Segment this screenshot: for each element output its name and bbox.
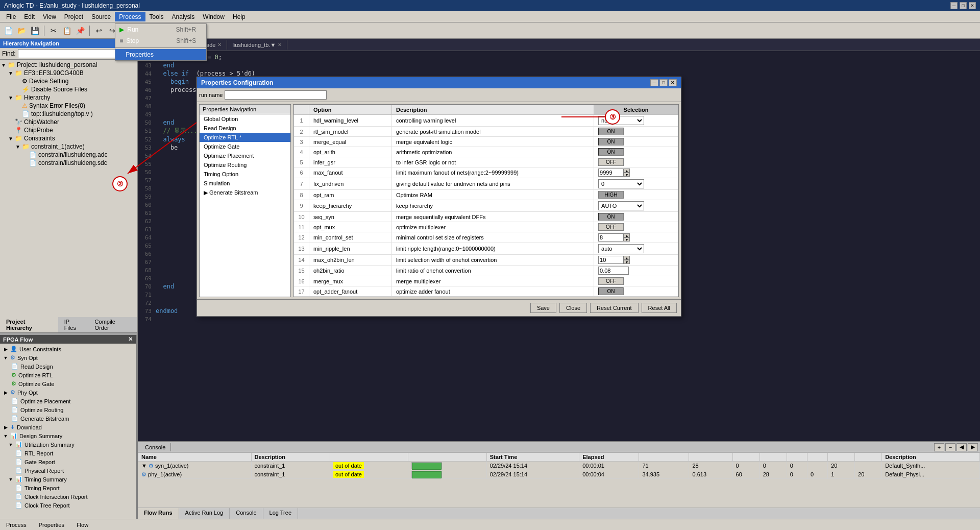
prop-sel-11[interactable]: OFF [594, 222, 678, 232]
flow-user-constraints[interactable]: ▶ 👤 User Constraints [1, 345, 135, 353]
tab-tb-close[interactable]: ✕ [278, 42, 282, 47]
tab-compile-order[interactable]: Compile Order [89, 317, 137, 332]
process-stop[interactable]: ■ Stop Shift+S [115, 35, 206, 46]
flow-syn-opt[interactable]: ▼ ⚙ Syn Opt [1, 353, 135, 362]
prop-select-fix-undriven[interactable]: 01 [598, 179, 644, 188]
flow-opt-placement[interactable]: 📄 Optimize Placement [1, 397, 135, 405]
prop-sel-2[interactable]: ON [594, 127, 678, 137]
prop-select-keep-hierarchy[interactable]: AUTOYESNO [598, 201, 644, 210]
flow-download[interactable]: ▶ ⬇ Download [1, 423, 135, 431]
prop-sel-7[interactable]: 01 [594, 178, 678, 190]
prop-sel-10[interactable]: ON [594, 212, 678, 222]
flow-timing-report[interactable]: 📄 Timing Report [1, 484, 135, 492]
toolbar-cut[interactable]: ✂ [47, 25, 60, 37]
prop-sel-15[interactable] [594, 266, 678, 276]
flow-optimize-rtl[interactable]: ⚙ Optimize RTL [1, 371, 135, 379]
prop-toggle-merge-equal[interactable]: ON [598, 138, 624, 146]
flow-clock-intersection[interactable]: 📄 Clock Intersection Report [1, 492, 135, 501]
dialog-maximize-btn[interactable]: □ [659, 79, 668, 86]
spinner-up-max-fanout[interactable]: ▲ [624, 168, 630, 173]
bottom-tab-console[interactable]: Console [230, 508, 263, 519]
spinner-down-max-oh2bin[interactable]: ▼ [624, 260, 630, 264]
nav-optimize-placement[interactable]: Optimize Placement [200, 151, 290, 160]
nav-optimize-gate[interactable]: Optimize Gate [200, 142, 290, 151]
menu-file[interactable]: File [2, 12, 20, 21]
nav-optimize-routing[interactable]: Optimize Routing [200, 160, 290, 170]
flow-read-design[interactable]: 📄 Read Design [1, 362, 135, 371]
dialog-reset-current-btn[interactable]: Reset Current [590, 303, 638, 313]
flow-opt-routing[interactable]: 📄 Optimize Routing [1, 405, 135, 414]
console-prev-btn[interactable]: ◀ [957, 443, 967, 451]
toolbar-save[interactable]: 💾 [29, 25, 41, 37]
toolbar-new[interactable]: 📄 [2, 25, 14, 37]
prop-select-min-ripple[interactable]: auto [598, 244, 644, 253]
tree-chipwatcher[interactable]: 🔭 ChipWatcher [1, 118, 136, 126]
flow-physical-report[interactable]: 📄 Physical Report [1, 466, 135, 475]
tab-project-hierarchy[interactable]: Project Hierarchy [0, 317, 58, 332]
dialog-close-btn2[interactable]: Close [559, 303, 587, 313]
nav-optimize-rtl[interactable]: Optimize RTL * [200, 133, 290, 142]
tree-disable[interactable]: ⚡ Disable Source Files [1, 85, 136, 93]
menu-process[interactable]: Process ▶ Run Shift+R ■ Stop Shift+S Pro… [115, 12, 145, 21]
tree-top[interactable]: 📄 top::liushuideng/top.v ) [1, 110, 136, 118]
toolbar-paste[interactable]: 📌 [74, 25, 86, 37]
flow-design-summary[interactable]: ▼ 📊 Design Summary [1, 431, 135, 440]
prop-sel-6[interactable]: ▲ ▼ [594, 167, 678, 178]
maximize-btn[interactable]: □ [960, 2, 967, 9]
prop-sel-12[interactable]: ▲ ▼ [594, 232, 678, 243]
spinner-up-min-control[interactable]: ▲ [624, 233, 630, 237]
prop-sel-13[interactable]: auto [594, 243, 678, 255]
dialog-controls[interactable]: ─ □ ✕ [650, 79, 677, 86]
prop-toggle-merge-mux[interactable]: OFF [598, 277, 624, 285]
tree-project[interactable]: ▼ 📁 Project: liushuideng_personal [1, 61, 136, 69]
nav-generate-bitstream[interactable]: ▶ Generate Bitstream [200, 188, 290, 198]
menu-tools[interactable]: Tools [145, 12, 168, 21]
console-row-phy[interactable]: ⚙ phy_1(active) constraint_1 out of date… [138, 470, 980, 479]
console-remove-btn[interactable]: − [945, 443, 955, 451]
flow-rtl-report[interactable]: 📄 RTL Report [1, 449, 135, 457]
prop-toggle-infer-gsr[interactable]: OFF [598, 158, 624, 166]
prop-sel-1[interactable]: normalerrorwarning [594, 115, 678, 127]
tree-chipprobe[interactable]: 📍 ChipProbe [1, 126, 136, 134]
dialog-close-btn[interactable]: ✕ [669, 79, 677, 86]
toolbar-open[interactable]: 📂 [15, 25, 28, 37]
run-name-input[interactable] [225, 90, 327, 100]
flow-timing-summary[interactable]: ▼ 📊 Timing Summary [1, 475, 135, 484]
flow-optimize-gate[interactable]: ⚙ Optimize Gate [1, 379, 135, 388]
tree-sdc[interactable]: 📄 constrain/liushuideng.sdc [1, 159, 136, 167]
dialog-reset-all-btn[interactable]: Reset All [642, 303, 677, 313]
process-run[interactable]: ▶ Run Shift+R [115, 24, 206, 35]
menu-view[interactable]: View [39, 12, 60, 21]
tab-ade-close[interactable]: ✕ [217, 42, 222, 47]
bottom-tab-flow-runs[interactable]: Flow Runs [138, 508, 179, 519]
spinner-input-min-control[interactable] [598, 233, 624, 242]
dialog-save-btn[interactable]: Save [530, 303, 556, 313]
tree-device[interactable]: ⚙ Device Setting [1, 77, 136, 85]
spinner-down-max-fanout[interactable]: ▼ [624, 173, 630, 177]
console-row-syn[interactable]: ▼ ⚙ syn_1(active) constraint_1 out of da… [138, 462, 980, 470]
bottom-tab-log-tree[interactable]: Log Tree [263, 508, 298, 519]
prop-toggle-opt-adder-fanout[interactable]: ON [598, 287, 624, 295]
tree-hierarchy[interactable]: ▼ 📁 Hierarchy [1, 93, 136, 102]
tree-ef3[interactable]: ▼ 📁 EF3::EF3L90CG400B [1, 69, 136, 77]
menu-window[interactable]: Window [199, 12, 229, 21]
prop-sel-5[interactable]: OFF [594, 157, 678, 167]
dialog-minimize-btn[interactable]: ─ [650, 79, 658, 86]
nav-timing-option[interactable]: Timing Option [200, 170, 290, 179]
flow-gen-bitstream[interactable]: 📄 Generate Bitstream [1, 414, 135, 423]
prop-toggle-opt-arith[interactable]: ON [598, 148, 624, 156]
process-properties[interactable]: Properties [115, 49, 206, 60]
prop-input-oh2bin-ratio[interactable] [598, 267, 629, 275]
menu-edit[interactable]: Edit [20, 12, 39, 21]
tree-constraint1[interactable]: ▼ 📁 constraint_1(active) [1, 142, 136, 151]
nav-global-option[interactable]: Global Option [200, 114, 290, 124]
props-scroll-area[interactable]: Option Description Selection 1 hdl_warni… [293, 105, 678, 297]
prop-sel-16[interactable]: OFF [594, 276, 678, 286]
menu-source[interactable]: Source [87, 12, 115, 21]
prop-sel-8[interactable]: HIGH [594, 190, 678, 200]
menu-project[interactable]: Project [60, 12, 87, 21]
console-next-btn[interactable]: ▶ [968, 443, 978, 451]
flow-gate-report[interactable]: 📄 Gate Report [1, 457, 135, 466]
prop-toggle-seq-syn[interactable]: ON [598, 213, 624, 221]
menu-analysis[interactable]: Analysis [168, 12, 199, 21]
